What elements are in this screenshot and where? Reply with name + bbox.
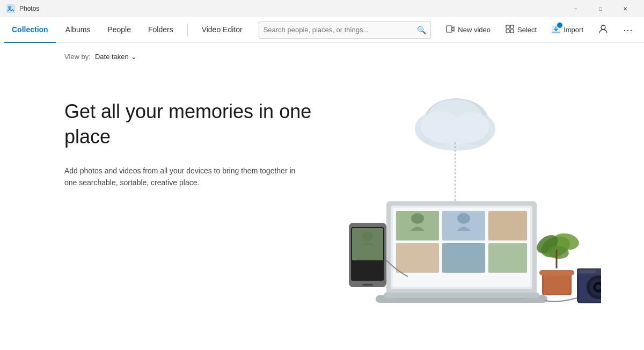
svg-point-51: [596, 285, 601, 290]
svg-rect-40: [539, 270, 574, 275]
nav-bar: Collection Albums People Folders Video E…: [0, 17, 644, 43]
subtext: Add photos and videos from all your devi…: [64, 165, 306, 189]
search-icon: 🔍: [417, 26, 426, 34]
nav-item-collection[interactable]: Collection: [4, 17, 56, 43]
svg-rect-39: [544, 273, 570, 294]
app-icon: [6, 4, 15, 13]
close-button[interactable]: ✕: [613, 0, 638, 17]
text-section: Get all your memories in one place Add p…: [64, 78, 322, 188]
svg-point-9: [601, 25, 605, 30]
app-title: Photos: [19, 5, 39, 12]
title-bar: Photos − □ ✕: [0, 0, 644, 17]
nav-items: Collection Albums People Folders Video E…: [4, 17, 250, 43]
window-controls: − □ ✕: [564, 0, 638, 17]
select-button[interactable]: Select: [499, 20, 543, 40]
headline: Get all your memories in one place: [64, 99, 322, 150]
svg-point-29: [457, 213, 470, 224]
account-button[interactable]: [592, 20, 614, 40]
svg-rect-2: [447, 26, 452, 32]
svg-rect-24: [488, 211, 527, 240]
view-by-value: Date taken: [95, 53, 129, 61]
svg-point-28: [411, 213, 424, 224]
more-icon: ⋯: [623, 24, 633, 36]
nav-divider: [187, 24, 188, 37]
svg-rect-8: [552, 32, 560, 33]
svg-rect-37: [362, 284, 373, 286]
svg-rect-32: [384, 293, 539, 298]
svg-rect-6: [510, 30, 514, 33]
main-content: Get all your memories in one place Add p…: [21, 67, 623, 350]
svg-point-1: [8, 6, 11, 9]
svg-rect-53: [580, 270, 596, 273]
nav-item-albums[interactable]: Albums: [58, 17, 98, 43]
nav-item-people[interactable]: People: [100, 17, 138, 43]
import-icon: [552, 25, 560, 35]
svg-rect-26: [442, 243, 485, 273]
svg-point-36: [362, 231, 373, 241]
svg-rect-4: [510, 25, 514, 28]
new-video-button[interactable]: New video: [440, 20, 497, 40]
more-button[interactable]: ⋯: [617, 20, 640, 40]
svg-rect-5: [506, 30, 509, 33]
svg-rect-25: [396, 243, 439, 273]
svg-rect-27: [488, 243, 527, 273]
content-area: View by: Date taken ⌄ Get all your memor…: [0, 43, 644, 350]
import-button[interactable]: Import: [545, 20, 590, 40]
account-icon: [598, 24, 608, 35]
select-icon: [506, 25, 514, 35]
view-by-bar: View by: Date taken ⌄: [21, 43, 623, 67]
new-video-icon: [446, 25, 455, 35]
svg-point-17: [424, 121, 486, 144]
svg-rect-3: [506, 25, 509, 28]
search-input[interactable]: [264, 26, 418, 34]
illustration: [333, 78, 601, 303]
nav-item-video-editor[interactable]: Video Editor: [194, 17, 250, 43]
nav-item-folders[interactable]: Folders: [141, 17, 181, 43]
minimize-button[interactable]: −: [564, 0, 588, 17]
import-badge: [557, 23, 562, 28]
chevron-down-icon: ⌄: [131, 53, 137, 61]
view-by-select[interactable]: Date taken ⌄: [95, 53, 137, 61]
maximize-button[interactable]: □: [588, 0, 613, 17]
view-by-label: View by:: [64, 53, 91, 61]
search-bar[interactable]: 🔍: [259, 21, 431, 39]
nav-actions: New video Select: [440, 20, 640, 40]
